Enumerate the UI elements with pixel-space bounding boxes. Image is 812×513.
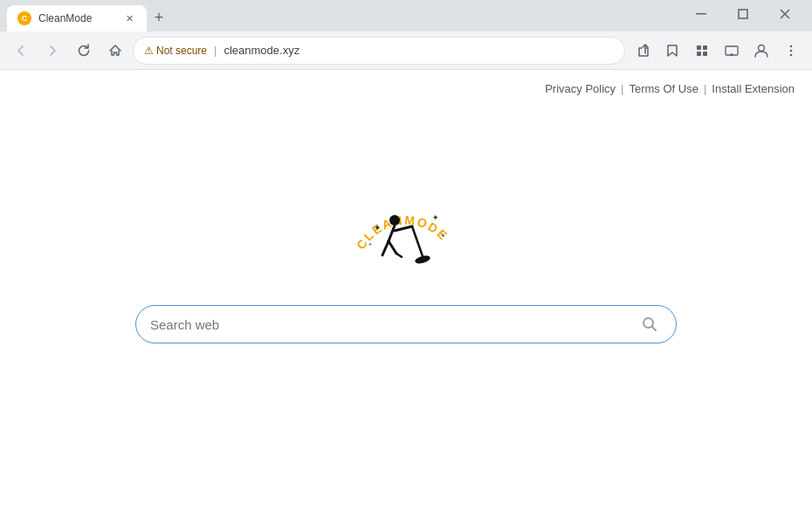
svg-line-27 — [389, 241, 396, 253]
menu-button[interactable] — [777, 37, 805, 65]
install-extension-link[interactable]: Install Extension — [712, 82, 795, 95]
svg-text:+: + — [368, 241, 372, 247]
active-tab[interactable]: C CleanMode ✕ — [7, 5, 147, 31]
search-container — [135, 305, 677, 343]
home-button[interactable] — [101, 37, 129, 65]
terms-of-use-link[interactable]: Terms Of Use — [629, 82, 698, 95]
window-controls — [681, 0, 805, 31]
extensions-button[interactable] — [688, 37, 716, 65]
svg-rect-5 — [697, 45, 701, 50]
page-center: CLEANMODE ✦ ✦ + + — [0, 70, 812, 513]
svg-point-14 — [790, 49, 793, 52]
close-button[interactable] — [765, 0, 805, 28]
svg-rect-0 — [696, 13, 706, 15]
svg-line-30 — [652, 327, 657, 331]
svg-point-21 — [389, 215, 400, 225]
address-bar: ⚠ Not secure | cleanmode.xyz — [0, 31, 812, 70]
tab-favicon: C — [17, 11, 31, 25]
security-label: Not secure — [156, 45, 207, 57]
nav-sep-1: | — [621, 82, 623, 95]
tab-close-button[interactable]: ✕ — [122, 11, 136, 25]
title-bar: C CleanMode ✕ + — [0, 0, 812, 31]
page-content: Privacy Policy | Terms Of Use | Install … — [0, 70, 812, 513]
forward-button[interactable] — [38, 37, 66, 65]
svg-rect-7 — [697, 52, 701, 56]
search-button[interactable] — [637, 312, 662, 336]
svg-text:+: + — [441, 232, 445, 239]
search-input[interactable] — [150, 317, 630, 332]
svg-rect-6 — [703, 45, 707, 50]
warning-icon: ⚠ — [144, 45, 154, 57]
nav-sep-2: | — [704, 82, 706, 95]
reload-button[interactable] — [70, 37, 98, 65]
svg-text:✦: ✦ — [432, 213, 439, 222]
svg-line-24 — [412, 226, 423, 259]
logo-svg: CLEANMODE ✦ ✦ + + — [349, 187, 463, 279]
security-warning: ⚠ Not secure — [144, 45, 207, 57]
url-separator: | — [214, 44, 217, 57]
svg-rect-1 — [739, 10, 747, 18]
profile-button[interactable] — [747, 37, 775, 65]
svg-rect-8 — [703, 52, 707, 56]
back-button[interactable] — [7, 37, 35, 65]
maximize-button[interactable] — [723, 0, 763, 28]
omnibox[interactable]: ⚠ Not secure | cleanmode.xyz — [133, 37, 625, 65]
svg-point-13 — [790, 45, 793, 47]
tab-area: C CleanMode ✕ + — [7, 5, 681, 31]
toolbar-actions — [629, 37, 805, 65]
svg-point-15 — [790, 53, 793, 56]
svg-line-28 — [396, 253, 402, 257]
url-text: cleanmode.xyz — [224, 44, 299, 57]
page-nav: Privacy Policy | Terms Of Use | Install … — [545, 82, 795, 95]
bookmark-button[interactable] — [658, 37, 686, 65]
share-button[interactable] — [629, 37, 657, 65]
minimize-button[interactable] — [681, 0, 721, 28]
tab-title: CleanMode — [38, 12, 115, 24]
logo-container: CLEANMODE ✦ ✦ + + — [349, 187, 463, 279]
new-tab-button[interactable]: + — [147, 5, 171, 30]
svg-point-12 — [759, 45, 765, 51]
svg-line-26 — [382, 241, 389, 255]
privacy-policy-link[interactable]: Privacy Policy — [545, 82, 616, 95]
cast-button[interactable] — [718, 37, 746, 65]
svg-text:✦: ✦ — [374, 223, 381, 232]
